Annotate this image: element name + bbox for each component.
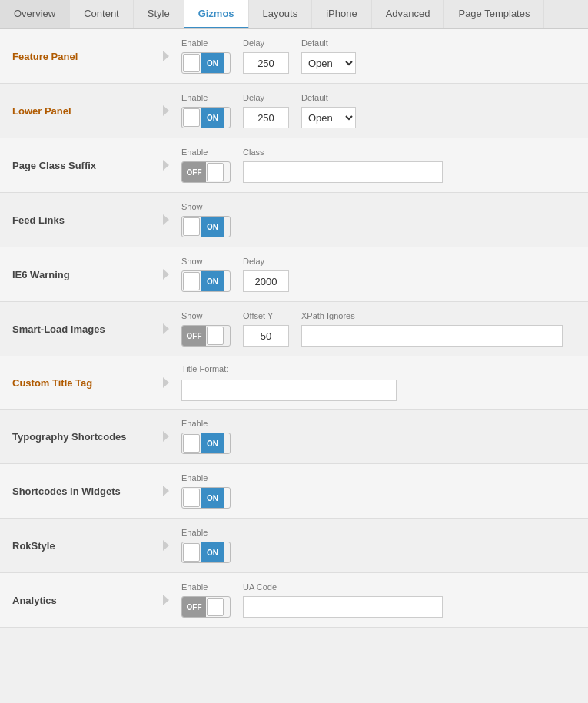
row-arrow-icon — [163, 540, 169, 551]
toggle-thumb — [183, 272, 200, 290]
settings-row: Custom Title TagTitle Format: — [0, 356, 588, 410]
toggle-switch[interactable]: ON — [181, 270, 231, 292]
settings-row: Feature PanelEnableONDelayDefaultOpenClo… — [0, 29, 588, 84]
row-label-col: Page Class Suffix — [0, 138, 169, 192]
row-label-col: RokStyle — [0, 519, 169, 572]
number-input[interactable] — [243, 52, 289, 74]
control-group: EnableOFF — [181, 148, 231, 183]
toggle-switch[interactable]: ON — [181, 487, 231, 509]
rows-container: Feature PanelEnableONDelayDefaultOpenClo… — [0, 29, 588, 628]
toggle-off-label: OFF — [182, 326, 206, 346]
toggle-switch[interactable]: ON — [181, 107, 231, 128]
tab-style[interactable]: Style — [134, 0, 184, 28]
control-group: DefaultOpenClosed — [301, 38, 356, 74]
toggle-off-label: OFF — [182, 162, 206, 182]
control-group: EnableON — [181, 473, 231, 509]
row-controls: EnableONDelayDefaultOpenClosed — [169, 29, 588, 83]
row-label-col: Smart-Load Images — [0, 302, 169, 356]
settings-row: Shortcodes in WidgetsEnableON — [0, 464, 588, 519]
toggle-on-label: ON — [201, 53, 224, 73]
tab-overview[interactable]: Overview — [0, 0, 70, 28]
number-input[interactable] — [243, 270, 289, 292]
control-label: XPath Ignores — [301, 311, 563, 320]
text-input[interactable] — [243, 596, 443, 618]
tab-content[interactable]: Content — [70, 0, 134, 28]
number-input[interactable] — [243, 107, 289, 128]
row-controls: ShowOFFOffset YXPath Ignores — [169, 302, 588, 356]
tab-layouts[interactable]: Layouts — [249, 0, 313, 28]
row-label: Smart-Load Images — [12, 323, 105, 335]
control-label: Offset Y — [243, 311, 289, 320]
toggle-switch[interactable]: ON — [181, 52, 231, 74]
toggle-thumb — [207, 163, 224, 181]
control-group: Delay — [243, 38, 289, 74]
toggle-switch[interactable]: ON — [181, 542, 231, 563]
settings-row: Smart-Load ImagesShowOFFOffset YXPath Ig… — [0, 302, 588, 356]
text-input[interactable] — [301, 325, 563, 347]
tab-iphone[interactable]: iPhone — [312, 0, 371, 28]
control-group: EnableON — [181, 93, 231, 128]
number-input[interactable] — [243, 325, 289, 347]
tab-page-templates[interactable]: Page Templates — [444, 0, 544, 28]
control-label: Show — [181, 257, 231, 266]
row-controls: Title Format: — [169, 356, 588, 409]
settings-row: Feed LinksShowON — [0, 193, 588, 247]
toggle-thumb — [183, 543, 200, 562]
settings-row: Page Class SuffixEnableOFFClass — [0, 138, 588, 193]
row-controls: EnableON — [169, 464, 588, 518]
tab-advanced[interactable]: Advanced — [372, 0, 445, 28]
title-format-label: Title Format: — [181, 364, 576, 373]
toggle-thumb — [207, 327, 224, 345]
title-format-input[interactable] — [181, 380, 397, 401]
toggle-switch[interactable]: ON — [181, 216, 231, 237]
control-label: Enable — [181, 419, 231, 428]
row-controls: EnableONDelayDefaultOpenClosed — [169, 84, 588, 138]
control-label: Default — [301, 93, 356, 102]
settings-row: Lower PanelEnableONDelayDefaultOpenClose… — [0, 84, 588, 138]
control-label: UA Code — [243, 582, 443, 592]
row-label: Page Class Suffix — [12, 160, 96, 171]
row-label-col: IE6 Warning — [0, 247, 169, 301]
toggle-switch[interactable]: ON — [181, 433, 231, 454]
toggle-switch[interactable]: OFF — [181, 161, 231, 183]
toggle-switch[interactable]: OFF — [181, 596, 231, 618]
row-label-col: Typography Shortcodes — [0, 410, 169, 463]
row-label-col: Feature Panel — [0, 29, 169, 83]
select-input[interactable]: OpenClosed — [301, 107, 356, 128]
control-label: Class — [243, 148, 443, 157]
row-controls: ShowON — [169, 193, 588, 247]
tab-gizmos[interactable]: Gizmos — [184, 0, 249, 28]
row-controls: ShowONDelay — [169, 247, 588, 301]
toggle-on-label: ON — [201, 542, 224, 562]
control-group: ShowON — [181, 257, 231, 292]
row-arrow-icon — [163, 269, 169, 280]
row-label-col: Feed Links — [0, 193, 169, 247]
toggle-thumb — [183, 489, 200, 507]
control-label: Delay — [243, 93, 289, 102]
select-input[interactable]: OpenClosed — [301, 52, 356, 74]
row-arrow-icon — [163, 160, 169, 171]
settings-row: AnalyticsEnableOFFUA Code — [0, 573, 588, 628]
row-arrow-icon — [163, 323, 169, 334]
toggle-on-label: ON — [201, 433, 224, 453]
row-label: Feature Panel — [12, 51, 78, 62]
control-label: Show — [181, 311, 231, 320]
toggle-switch[interactable]: OFF — [181, 325, 231, 347]
control-group: Offset Y — [243, 311, 289, 347]
row-label: Analytics — [12, 595, 57, 606]
row-arrow-icon — [163, 105, 169, 116]
row-label: Custom Title Tag — [12, 377, 92, 389]
control-group: EnableON — [181, 38, 231, 74]
row-label: Shortcodes in Widgets — [12, 486, 121, 497]
row-label: Typography Shortcodes — [12, 431, 127, 443]
control-group: ShowOFF — [181, 311, 231, 347]
toggle-on-label: ON — [201, 488, 224, 508]
control-group: Class — [243, 148, 443, 183]
row-label: IE6 Warning — [12, 269, 70, 280]
toggle-on-label: ON — [201, 271, 224, 291]
text-input[interactable] — [243, 161, 443, 183]
control-group: UA Code — [243, 582, 443, 618]
toggle-thumb — [183, 434, 200, 453]
row-controls: EnableOFFClass — [169, 138, 588, 192]
control-label: Delay — [243, 38, 289, 48]
